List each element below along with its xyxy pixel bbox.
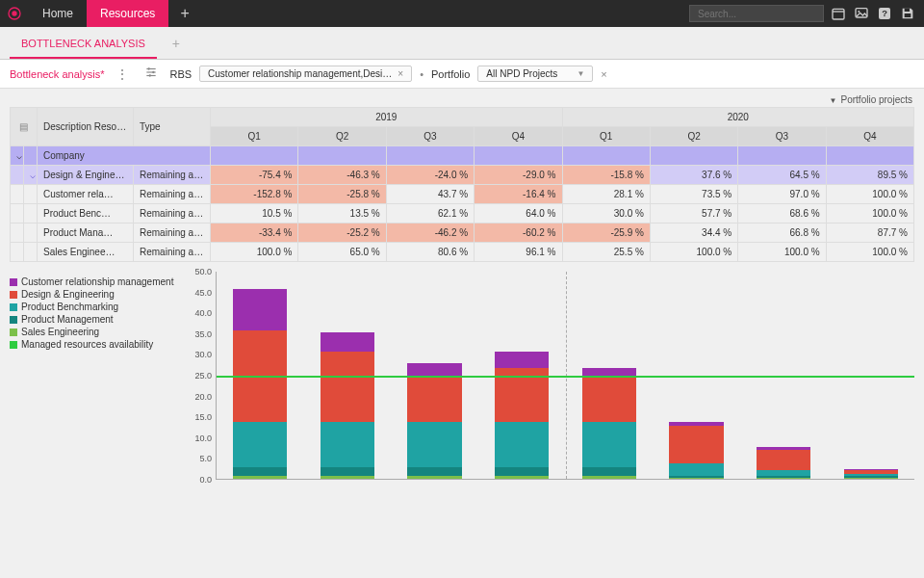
help-icon[interactable]: ? xyxy=(876,5,893,22)
legend-item[interactable]: Design & Engineering xyxy=(10,288,183,301)
y-tick: 45.0 xyxy=(194,288,212,298)
rbs-selector[interactable]: Customer relationship management,Desi… × xyxy=(199,66,412,82)
col-header-q[interactable]: Q3 xyxy=(386,127,474,146)
table-row[interactable]: Sales Enginee…Remaining availa…100.0 %65… xyxy=(11,243,914,262)
y-tick: 10.0 xyxy=(194,434,212,443)
cell-value: 64.0 % xyxy=(475,204,562,223)
legend-item[interactable]: Product Benchmarking xyxy=(10,301,183,313)
cell-value: 73.5 % xyxy=(650,185,737,204)
bar-segment xyxy=(669,426,723,463)
group-label: Design & Engineering xyxy=(38,166,134,185)
cell-value: 80.6 % xyxy=(386,243,474,262)
bar-segment xyxy=(321,476,374,479)
legend-item[interactable]: Sales Engineering xyxy=(10,326,183,338)
kebab-menu[interactable]: ⋮ xyxy=(112,66,133,82)
col-header-desc[interactable]: Description Resource xyxy=(38,108,134,146)
chart-legend: Customer relationship managementDesign &… xyxy=(10,272,183,493)
app-logo xyxy=(0,0,29,27)
cell-value: 30.0 % xyxy=(562,204,650,223)
legend-label: Customer relationship management xyxy=(21,276,173,287)
svg-point-13 xyxy=(148,67,150,69)
bar-segment xyxy=(495,422,549,467)
table-row[interactable]: Customer rela…Remaining availa…-152.8 %-… xyxy=(11,185,914,204)
table-row[interactable]: Product Mana…Remaining availa…-33.4 %-25… xyxy=(11,223,914,243)
legend-label: Product Benchmarking xyxy=(21,302,118,312)
bar-segment xyxy=(495,467,549,476)
col-header-q[interactable]: Q4 xyxy=(475,127,562,146)
bar-segment xyxy=(407,467,461,476)
row-name: Product Benc… xyxy=(38,204,134,223)
y-tick: 35.0 xyxy=(194,329,212,339)
col-header-q[interactable]: Q2 xyxy=(650,127,737,146)
cell-value: -152.8 % xyxy=(211,185,298,204)
bar-segment xyxy=(582,476,636,479)
cell-value: 100.0 % xyxy=(826,204,913,223)
col-header-q[interactable]: Q2 xyxy=(298,127,386,146)
cell-value: 43.7 % xyxy=(386,185,474,204)
col-header-q[interactable]: Q1 xyxy=(211,127,298,146)
analysis-name[interactable]: Bottleneck analysis* xyxy=(10,68,104,80)
portfolio-selector[interactable]: All NPD Projects ▼ xyxy=(477,66,593,82)
list-settings-icon[interactable] xyxy=(141,66,162,82)
row-name: Sales Enginee… xyxy=(38,243,134,262)
save-icon[interactable] xyxy=(899,5,916,22)
nav-add-tab[interactable]: + xyxy=(168,0,200,27)
bar-segment xyxy=(233,289,287,330)
bar-segment xyxy=(233,422,287,467)
year-header-row: ▤ Description Resource Type 2019 2020 xyxy=(11,108,914,127)
portfolio-value: All NPD Projects xyxy=(486,68,557,79)
legend-swatch xyxy=(10,316,17,324)
col-header-q[interactable]: Q3 xyxy=(738,127,826,146)
cell-value: 97.0 % xyxy=(738,185,826,204)
company-row[interactable]: ⌵Company xyxy=(11,146,914,166)
portfolio-projects-toggle[interactable]: ▼Portfolio projects xyxy=(0,89,924,107)
plot-area xyxy=(216,272,914,480)
expand-icon[interactable]: ⌵ xyxy=(11,146,24,166)
row-type: Remaining availa… xyxy=(134,204,211,223)
legend-item[interactable]: Product Management xyxy=(10,313,183,326)
col-header-q[interactable]: Q4 xyxy=(826,127,913,146)
rbs-value: Customer relationship management,Desi… xyxy=(208,68,392,79)
legend-item[interactable]: Managed resources availability xyxy=(10,338,183,351)
rbs-clear[interactable]: × xyxy=(398,68,403,79)
cell-value: 100.0 % xyxy=(826,243,913,262)
search-input[interactable] xyxy=(689,5,824,22)
image-icon[interactable] xyxy=(853,5,870,22)
expand-icon[interactable]: ⌵ xyxy=(24,166,38,185)
nav-resources[interactable]: Resources xyxy=(87,0,168,27)
reference-line xyxy=(217,376,914,378)
portfolio-clear[interactable]: × xyxy=(601,68,606,80)
bar-segment xyxy=(407,363,461,376)
group-row[interactable]: ⌵Design & EngineeringRemaining availa…-7… xyxy=(11,166,914,185)
svg-point-14 xyxy=(153,71,155,73)
svg-rect-9 xyxy=(905,13,911,17)
cell-value: 96.1 % xyxy=(475,243,562,262)
y-tick: 15.0 xyxy=(194,412,212,422)
rbs-label: RBS xyxy=(169,68,192,80)
year-2020[interactable]: 2020 xyxy=(562,108,914,127)
y-tick: 30.0 xyxy=(194,350,212,359)
calendar-icon[interactable] xyxy=(830,5,847,22)
cell-value: -60.2 % xyxy=(475,223,562,243)
expand-header[interactable]: ▤ xyxy=(11,108,38,146)
col-header-q[interactable]: Q1 xyxy=(562,127,650,146)
year-2019[interactable]: 2019 xyxy=(211,108,563,127)
cell-value: 13.5 % xyxy=(298,204,386,223)
legend-label: Managed resources availability xyxy=(21,339,153,350)
legend-swatch xyxy=(10,303,17,311)
col-header-type[interactable]: Type xyxy=(134,108,211,146)
y-tick: 0.0 xyxy=(199,475,212,485)
cell-value: -25.9 % xyxy=(562,223,650,243)
table-row[interactable]: Product Benc…Remaining availa…10.5 %13.5… xyxy=(11,204,914,223)
row-type: Remaining availa… xyxy=(134,243,211,262)
legend-item[interactable]: Customer relationship management xyxy=(10,276,183,288)
row-name: Customer rela… xyxy=(38,185,134,204)
svg-text:?: ? xyxy=(882,9,887,18)
y-tick: 5.0 xyxy=(199,454,212,463)
cell-value: 10.5 % xyxy=(211,204,298,223)
subtab-add[interactable]: + xyxy=(163,28,190,59)
bar-segment xyxy=(233,476,287,479)
y-tick: 20.0 xyxy=(194,392,212,402)
nav-home[interactable]: Home xyxy=(29,0,87,27)
subtab-bottleneck[interactable]: BOTTLENECK ANALYSIS xyxy=(10,30,157,59)
